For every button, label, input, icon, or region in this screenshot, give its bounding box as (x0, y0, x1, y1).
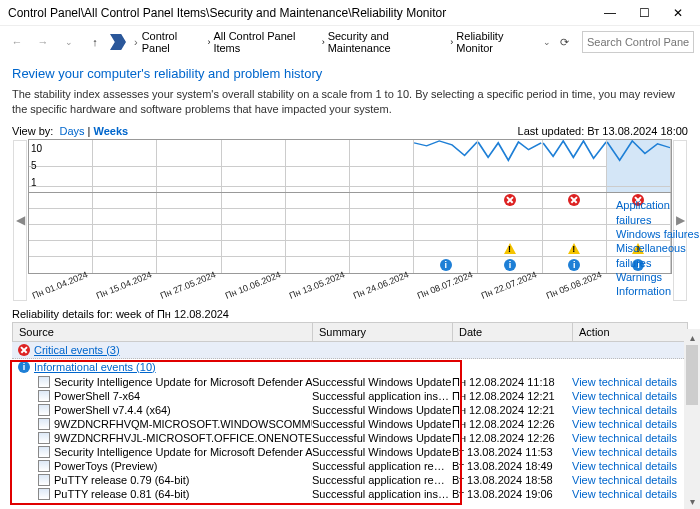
search-input[interactable] (582, 31, 694, 53)
event-date: Пн 12.08.2024 12:21 (452, 403, 572, 417)
table-row[interactable]: PuTTY release 0.79 (64-bit)Successful ap… (12, 473, 688, 487)
critical-events-section[interactable]: Critical events (3) (12, 342, 688, 359)
update-icon (38, 390, 50, 402)
viewby-days-link[interactable]: Days (60, 125, 85, 137)
info-icon: i (504, 259, 516, 271)
breadcrumb-dropdown-icon[interactable]: ⌄ (542, 37, 552, 47)
chart-column[interactable] (93, 140, 157, 192)
col-source[interactable]: Source (13, 323, 313, 341)
event-summary: Successful application removal (312, 459, 452, 473)
chart-column[interactable] (286, 140, 350, 192)
scroll-down-icon[interactable]: ▾ (684, 493, 700, 509)
event-source: Security Intelligence Update for Microso… (54, 376, 312, 388)
minimize-button[interactable]: — (596, 3, 624, 23)
table-row[interactable]: PuTTY release 0.81 (64-bit)Successful ap… (12, 487, 688, 501)
event-date: Пн 12.08.2024 12:26 (452, 417, 572, 431)
event-summary: Successful Windows Update (312, 403, 452, 417)
update-icon (38, 418, 50, 430)
table-row[interactable]: Security Intelligence Update for Microso… (12, 445, 688, 459)
viewby-label: View by: Days | Weeks (12, 125, 128, 137)
event-indicator-rows: iiii (28, 193, 672, 274)
event-source: 9WZDNCRFHVQM-MICROSOFT.WINDOWSCOMMUNICAT… (54, 418, 312, 430)
table-row[interactable]: Security Intelligence Update for Microso… (12, 375, 688, 389)
chart-column[interactable] (478, 140, 542, 192)
chart-column[interactable] (157, 140, 221, 192)
details-header: Reliability details for: week of Пн 12.0… (12, 306, 688, 322)
event-date: Вт 13.08.2024 19:06 (452, 487, 572, 501)
event-source: PuTTY release 0.81 (64-bit) (54, 488, 190, 500)
view-details-link[interactable]: View technical details (572, 488, 677, 500)
event-source: PowerToys (Preview) (54, 460, 157, 472)
chart-column[interactable] (543, 140, 607, 192)
page-title: Review your computer's reliability and p… (12, 66, 688, 81)
scroll-up-icon[interactable]: ▴ (684, 329, 700, 345)
breadcrumb-item[interactable]: Reliability Monitor (456, 30, 538, 54)
event-date: Вт 13.08.2024 18:49 (452, 459, 572, 473)
scroll-thumb[interactable] (686, 345, 698, 405)
view-details-link[interactable]: View technical details (572, 432, 677, 444)
breadcrumb-item[interactable]: All Control Panel Items (213, 30, 318, 54)
update-icon (38, 446, 50, 458)
chart-yaxis: 1051 (31, 140, 42, 191)
update-icon (38, 488, 50, 500)
table-row[interactable]: PowerShell v7.4.4 (x64)Successful Window… (12, 403, 688, 417)
breadcrumb[interactable]: › Control Panel› All Control Panel Items… (132, 30, 538, 54)
view-details-link[interactable]: View technical details (572, 376, 677, 388)
scroll-left-button[interactable]: ◀ (13, 140, 27, 301)
event-date: Пн 12.08.2024 12:21 (452, 389, 572, 403)
last-updated: Last updated: Вт 13.08.2024 18:00 (518, 125, 688, 137)
chart-column[interactable] (350, 140, 414, 192)
event-date: Вт 13.08.2024 11:53 (452, 445, 572, 459)
event-summary: Successful Windows Update (312, 375, 452, 389)
maximize-button[interactable]: ☐ (630, 3, 658, 23)
chart-column-selected[interactable] (607, 140, 671, 192)
event-source: PuTTY release 0.79 (64-bit) (54, 474, 190, 486)
col-summary[interactable]: Summary (313, 323, 453, 341)
refresh-icon[interactable]: ⟳ (556, 34, 572, 50)
chart-column[interactable] (414, 140, 478, 192)
info-icon: i (18, 361, 30, 373)
col-action[interactable]: Action (573, 323, 687, 341)
viewby-weeks-link[interactable]: Weeks (94, 125, 129, 137)
breadcrumb-item[interactable]: Control Panel (142, 30, 205, 54)
event-date: Пн 12.08.2024 12:26 (452, 431, 572, 445)
update-icon (38, 404, 50, 416)
event-summary: Successful application installation (312, 487, 452, 501)
warning-icon (568, 243, 580, 254)
col-date[interactable]: Date (453, 323, 573, 341)
event-summary: Successful Windows Update (312, 445, 452, 459)
table-row[interactable]: PowerShell 7-x64Successful application i… (12, 389, 688, 403)
table-header: Source Summary Date Action (12, 322, 688, 342)
info-icon: i (440, 259, 452, 271)
table-row[interactable]: PowerToys (Preview)Successful applicatio… (12, 459, 688, 473)
back-arrow-icon[interactable]: ← (6, 31, 28, 53)
forward-arrow-icon: → (32, 31, 54, 53)
event-summary: Successful Windows Update (312, 431, 452, 445)
view-details-link[interactable]: View technical details (572, 474, 677, 486)
view-details-link[interactable]: View technical details (572, 446, 677, 458)
close-button[interactable]: ✕ (664, 3, 692, 23)
reliability-chart[interactable]: 1051 iiii Пн 01.04.20 (28, 139, 672, 302)
breadcrumb-item[interactable]: Security and Maintenance (328, 30, 448, 54)
titlebar: Control Panel\All Control Panel Items\Se… (0, 0, 700, 26)
recent-dropdown-icon[interactable]: ⌄ (58, 31, 80, 53)
view-details-link[interactable]: View technical details (572, 390, 677, 402)
view-details-link[interactable]: View technical details (572, 404, 677, 416)
informational-events-section[interactable]: i Informational events (10) (12, 359, 688, 375)
vertical-scrollbar[interactable]: ▴ ▾ (684, 329, 700, 509)
chart-column[interactable] (222, 140, 286, 192)
table-row[interactable]: 9WZDNCRFHVJL-MICROSOFT.OFFICE.ONENOTESuc… (12, 431, 688, 445)
event-source: PowerShell 7-x64 (54, 390, 140, 402)
event-source: PowerShell v7.4.4 (x64) (54, 404, 171, 416)
update-icon (38, 474, 50, 486)
info-icon: i (568, 259, 580, 271)
chart-legend: Application failuresWindows failuresMisc… (616, 198, 700, 298)
chart-date-labels: Пн 01.04.2024Пн 15.04.2024 Пн 27.05.2024… (28, 274, 672, 302)
warning-icon (504, 243, 516, 254)
view-details-link[interactable]: View technical details (572, 460, 677, 472)
table-row[interactable]: 9WZDNCRFHVQM-MICROSOFT.WINDOWSCOMMUNICAT… (12, 417, 688, 431)
event-summary: Successful application removal (312, 473, 452, 487)
view-details-link[interactable]: View technical details (572, 418, 677, 430)
error-icon (18, 344, 30, 356)
up-arrow-icon[interactable]: ↑ (84, 31, 106, 53)
